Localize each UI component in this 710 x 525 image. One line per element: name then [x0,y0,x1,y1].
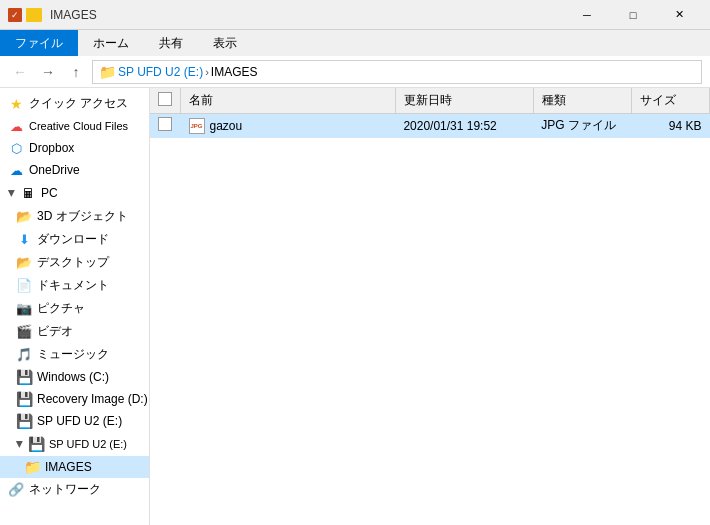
table-row[interactable]: JPG gazou 2020/01/31 19:52 JPG ファイル 94 K… [150,114,710,138]
breadcrumb-folder-icon: 📁 [99,64,116,80]
sidebar-item-d-drive[interactable]: 💾 Recovery Image (D:) [0,388,149,410]
row-date-cell: 2020/01/31 19:52 [395,114,533,138]
e-drive-icon: 💾 [16,413,32,429]
folder-icon [26,8,42,22]
sidebar-label-sp-ufd: SP UFD U2 (E:) [49,438,127,450]
row-type-cell: JPG ファイル [533,114,631,138]
row-checkbox-cell[interactable] [150,114,181,138]
sidebar-label-videos: ビデオ [37,323,73,340]
sidebar: ★ クイック アクセス ☁ Creative Cloud Files ⬡ Dro… [0,88,150,525]
header-checkbox[interactable] [158,92,172,106]
tab-view[interactable]: 表示 [198,30,252,56]
sidebar-item-3d[interactable]: 📂 3D オブジェクト [0,205,149,228]
sidebar-item-documents[interactable]: 📄 ドキュメント [0,274,149,297]
maximize-button[interactable]: □ [610,0,656,30]
desktop-icon: 📂 [16,255,32,271]
sidebar-label-network: ネットワーク [29,481,101,498]
breadcrumb-separator: › [205,66,209,78]
sidebar-item-dropbox[interactable]: ⬡ Dropbox [0,137,149,159]
pc-expand-icon: ▶ [7,190,17,197]
sidebar-label-onedrive: OneDrive [29,163,80,177]
sidebar-label-music: ミュージック [37,346,109,363]
sidebar-item-creative-cloud[interactable]: ☁ Creative Cloud Files [0,115,149,137]
file-table: 名前 更新日時 種類 サイズ JPG gazou [150,88,710,138]
main-layout: ★ クイック アクセス ☁ Creative Cloud Files ⬡ Dro… [0,88,710,525]
sidebar-item-music[interactable]: 🎵 ミュージック [0,343,149,366]
sidebar-item-images[interactable]: 📁 IMAGES [0,456,149,478]
sidebar-label-3d: 3D オブジェクト [37,208,128,225]
sp-ufd-icon: 💾 [28,436,44,452]
forward-button[interactable]: → [36,60,60,84]
star-icon: ★ [8,96,24,112]
title-bar-title: IMAGES [50,8,97,22]
breadcrumb-parent[interactable]: SP UFD U2 (E:) [118,65,203,79]
sidebar-label-pc: PC [41,186,58,200]
file-name-icon-group: JPG gazou [189,118,243,134]
col-header-check[interactable] [150,88,181,114]
d-drive-icon: 💾 [16,391,32,407]
sidebar-pc-header[interactable]: ▶ 🖩 PC [0,181,149,205]
sidebar-item-desktop[interactable]: 📂 デスクトップ [0,251,149,274]
sidebar-label-quick-access: クイック アクセス [29,95,128,112]
sidebar-label-dropbox: Dropbox [29,141,74,155]
content-area: 名前 更新日時 種類 サイズ JPG gazou [150,88,710,525]
sidebar-label-c-drive: Windows (C:) [37,370,109,384]
network-icon: 🔗 [8,482,24,498]
cloud-icon: ☁ [8,118,24,134]
sidebar-label-d-drive: Recovery Image (D:) [37,392,148,406]
sidebar-item-e-drive[interactable]: 💾 SP UFD U2 (E:) [0,410,149,432]
sidebar-label-e-drive: SP UFD U2 (E:) [37,414,122,428]
title-bar-controls: ─ □ ✕ [564,0,702,30]
sidebar-item-network[interactable]: 🔗 ネットワーク [0,478,149,501]
col-header-name[interactable]: 名前 [181,88,396,114]
row-size-cell: 94 KB [631,114,709,138]
title-bar: ✓ IMAGES ─ □ ✕ [0,0,710,30]
minimize-button[interactable]: ─ [564,0,610,30]
jpg-file-icon: JPG [189,118,205,134]
close-button[interactable]: ✕ [656,0,702,30]
download-icon: ⬇ [16,232,32,248]
back-button[interactable]: ← [8,60,32,84]
pc-icon: 🖩 [20,185,36,201]
documents-icon: 📄 [16,278,32,294]
sidebar-item-onedrive[interactable]: ☁ OneDrive [0,159,149,181]
c-drive-icon: 💾 [16,369,32,385]
up-button[interactable]: ↑ [64,60,88,84]
breadcrumb: 📁 SP UFD U2 (E:) › IMAGES [99,64,257,80]
tab-share[interactable]: 共有 [144,30,198,56]
tab-file[interactable]: ファイル [0,30,78,56]
videos-icon: 🎬 [16,324,32,340]
pictures-icon: 📷 [16,301,32,317]
check-icon: ✓ [8,8,22,22]
toolbar: ← → ↑ 📁 SP UFD U2 (E:) › IMAGES [0,56,710,88]
sidebar-label-desktop: デスクトップ [37,254,109,271]
sidebar-sp-ufd-header[interactable]: ▶ 💾 SP UFD U2 (E:) [0,432,149,456]
sidebar-label-creative-cloud: Creative Cloud Files [29,120,128,132]
row-name-cell[interactable]: JPG gazou [181,114,396,138]
sidebar-item-download[interactable]: ⬇ ダウンロード [0,228,149,251]
sidebar-label-documents: ドキュメント [37,277,109,294]
tab-home[interactable]: ホーム [78,30,144,56]
row-checkbox[interactable] [158,117,172,131]
dropbox-icon: ⬡ [8,140,24,156]
col-header-date[interactable]: 更新日時 [395,88,533,114]
breadcrumb-current: IMAGES [211,65,258,79]
table-header-row: 名前 更新日時 種類 サイズ [150,88,710,114]
sidebar-label-images: IMAGES [45,460,92,474]
sidebar-label-download: ダウンロード [37,231,109,248]
col-header-type[interactable]: 種類 [533,88,631,114]
sidebar-item-c-drive[interactable]: 💾 Windows (C:) [0,366,149,388]
sidebar-item-quick-access[interactable]: ★ クイック アクセス [0,92,149,115]
music-icon: 🎵 [16,347,32,363]
sidebar-label-pictures: ピクチャ [37,300,85,317]
col-header-size[interactable]: サイズ [631,88,709,114]
sidebar-item-pictures[interactable]: 📷 ピクチャ [0,297,149,320]
onedrive-icon: ☁ [8,162,24,178]
ribbon-tabs: ファイル ホーム 共有 表示 [0,30,710,56]
sp-ufd-expand-icon: ▶ [15,441,25,448]
file-name: gazou [210,119,243,133]
images-folder-icon: 📁 [24,459,40,475]
title-bar-icon: ✓ [8,8,42,22]
address-bar[interactable]: 📁 SP UFD U2 (E:) › IMAGES [92,60,702,84]
sidebar-item-videos[interactable]: 🎬 ビデオ [0,320,149,343]
